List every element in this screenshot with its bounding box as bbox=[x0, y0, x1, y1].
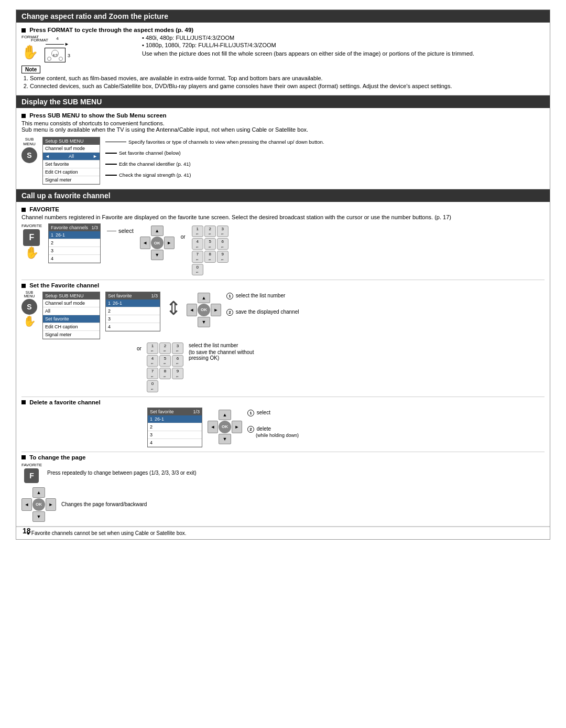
annot-1: Set favorite channel (below) bbox=[105, 150, 324, 156]
delete-fav-row: Set favorite 1/3 1 26-1 2 3 4 bbox=[21, 408, 545, 447]
num-8[interactable]: 8ₐₓ bbox=[204, 251, 216, 262]
note-2: Connected devices, such as Cable/Satelli… bbox=[30, 83, 545, 89]
set-num-4[interactable]: 4ₐₓ bbox=[147, 355, 158, 367]
menu-header: Setup SUB MENU bbox=[43, 137, 100, 145]
format-button-illustration: ✋ FORMAT bbox=[21, 45, 38, 59]
arrow-left: ◄ bbox=[45, 154, 50, 159]
set-num-7[interactable]: 7ₐₓ bbox=[147, 368, 158, 379]
delete-fav-title: Delete a favorite channel bbox=[21, 399, 545, 405]
fav-callup-row: FAVORITE F ✋ Favorite channels 1/3 1 26-… bbox=[21, 223, 545, 275]
aspect-section-row: FORMAT ✋ FORMAT 4 bbox=[21, 35, 545, 62]
fav-item-0: 1 26-1 bbox=[49, 231, 100, 239]
divider-2 bbox=[21, 397, 545, 397]
set-num-6[interactable]: 6ₐₓ bbox=[172, 355, 183, 367]
nav-left[interactable]: ◄ bbox=[140, 237, 150, 249]
select-label: select bbox=[118, 228, 134, 234]
aspect-arrow-diagram: 4 ► 4:3 bbox=[45, 36, 70, 62]
black-square-icon bbox=[21, 28, 26, 33]
set-fav-item-3: 4 bbox=[106, 323, 160, 331]
or-label-fav: or bbox=[181, 234, 186, 240]
nav-right[interactable]: ► bbox=[164, 237, 175, 249]
num-2[interactable]: 2ₐₓ bbox=[204, 226, 216, 237]
set-fav-sub-btn-icon: S bbox=[21, 299, 37, 315]
divider-1 bbox=[21, 280, 545, 280]
set-fav-nav-ok[interactable]: OK bbox=[198, 304, 210, 316]
del-nav-left[interactable]: ◄ bbox=[208, 421, 218, 433]
fav-screen-header: Favorite channels 1/3 bbox=[49, 224, 100, 231]
num-0[interactable]: 0ₐₓ bbox=[192, 264, 203, 275]
set-fav-nav-right[interactable]: ► bbox=[211, 304, 221, 316]
sub-menu-line2: Sub menu is only available when the TV i… bbox=[21, 126, 545, 133]
page-nav-down[interactable]: ▼ bbox=[32, 511, 45, 522]
num-7[interactable]: 7ₐₓ bbox=[192, 251, 203, 262]
set-num-1[interactable]: 1ₐₓ bbox=[147, 342, 158, 354]
fav-hand-icon: ✋ bbox=[25, 247, 39, 259]
black-square-icon2 bbox=[21, 114, 26, 118]
sub-menu-btn-group: SUB MENU S bbox=[21, 137, 37, 163]
set-fav-item-0: 1 26-1 bbox=[106, 299, 160, 307]
section3-content: FAVORITE Channel numbers registered in F… bbox=[16, 202, 550, 527]
screen-4-3-diagram: 4:3 bbox=[45, 48, 66, 62]
set-fav-num-desc: select the list number (to save the chan… bbox=[189, 342, 267, 361]
delete-fav-item-3: 4 bbox=[148, 439, 202, 447]
set-fav-or-row: or 1ₐₓ 2ₐₓ 3ₐₓ 4ₐₓ 5ₐₓ 6ₐₓ 7ₐₓ 8ₐₓ 9ₐₓ 0… bbox=[137, 342, 545, 392]
set-fav-nav-down[interactable]: ▼ bbox=[198, 317, 210, 327]
fav-desc: Channel numbers registered in Favorite a… bbox=[21, 214, 545, 220]
set-fav-nav-left[interactable]: ◄ bbox=[187, 304, 197, 316]
set-fav-num-buttons: 1ₐₓ 2ₐₓ 3ₐₓ 4ₐₓ 5ₐₓ 6ₐₓ 7ₐₓ 8ₐₓ 9ₐₓ 0ₐₓ bbox=[147, 342, 183, 392]
page-nav-up[interactable]: ▲ bbox=[32, 487, 45, 498]
page-nav-left[interactable]: ◄ bbox=[21, 498, 32, 511]
del-step1-circle: 1 bbox=[247, 410, 254, 416]
page-nav-right[interactable]: ► bbox=[46, 498, 56, 511]
aspect-bullets: 480i, 480p: FULL/JUST/4:3/ZOOM 1080p, 10… bbox=[142, 35, 545, 48]
delete-fav-item-0: 1 26-1 bbox=[148, 415, 202, 423]
num-4[interactable]: 4ₐₓ bbox=[192, 238, 203, 250]
fav-btn-group: FAVORITE F ✋ bbox=[21, 223, 42, 259]
note-section: Note Some content, such as film-based mo… bbox=[21, 66, 545, 89]
divider-3 bbox=[21, 452, 545, 452]
delete-steps: 1 select 2 delete (while holding down) bbox=[247, 410, 299, 438]
hand-icon: ✋ bbox=[21, 45, 38, 59]
set-num-2[interactable]: 2ₐₓ bbox=[159, 342, 171, 354]
set-num-5[interactable]: 5ₐₓ bbox=[159, 355, 171, 367]
nav-cross-delete: ▲ ◄ OK ► ▼ bbox=[208, 410, 242, 444]
del-nav-down[interactable]: ▼ bbox=[219, 434, 231, 444]
set-num-9[interactable]: 9ₐₓ bbox=[172, 368, 183, 379]
num-3[interactable]: 3ₐₓ bbox=[217, 226, 228, 237]
section2-content: Press SUB MENU to show the Sub Menu scre… bbox=[16, 108, 550, 189]
del-step2-circle: 2 bbox=[247, 426, 254, 433]
del-nav-up[interactable]: ▲ bbox=[219, 410, 231, 420]
num-6[interactable]: 6ₐₓ bbox=[217, 238, 228, 250]
del-nav-right[interactable]: ► bbox=[232, 421, 242, 433]
delete-fav-screen: Set favorite 1/3 1 26-1 2 3 4 bbox=[147, 408, 202, 447]
num-1[interactable]: 1ₐₓ bbox=[192, 226, 203, 237]
black-square-5 bbox=[21, 400, 26, 404]
set-num-0[interactable]: 0ₐₓ bbox=[147, 380, 158, 392]
aspect-use-note: Use when the picture does not fill the w… bbox=[142, 50, 545, 57]
sub-menu-line1: This menu consists of shortcuts to conve… bbox=[21, 120, 545, 126]
set-fav-menu-item-4: Signal meter bbox=[43, 331, 100, 339]
set-fav-screen-header: Set favorite 1/3 bbox=[106, 292, 160, 299]
set-num-3[interactable]: 3ₐₓ bbox=[172, 342, 183, 354]
bullet-1: 480i, 480p: FULL/JUST/4:3/ZOOM bbox=[142, 35, 545, 41]
note-label: Note bbox=[21, 66, 40, 73]
set-fav-menu-item-1: All bbox=[43, 307, 100, 315]
change-page-row1: FAVORITE F Press repeatedly to change be… bbox=[21, 463, 545, 483]
sub-label: SUB MENU bbox=[23, 137, 36, 146]
nav-down[interactable]: ▼ bbox=[151, 250, 164, 260]
num-5[interactable]: 5ₐₓ bbox=[204, 238, 216, 250]
num-9[interactable]: 9ₐₓ bbox=[217, 251, 228, 262]
fav-item-2: 3 bbox=[49, 247, 100, 255]
page-nav-ok[interactable]: OK bbox=[32, 498, 45, 511]
set-fav-hand-icon: ✋ bbox=[23, 316, 36, 326]
nav-up[interactable]: ▲ bbox=[151, 226, 164, 236]
annot-3: Check the signal strength (p. 41) bbox=[105, 172, 324, 178]
set-num-8[interactable]: 8ₐₓ bbox=[159, 368, 171, 379]
del-nav-ok[interactable]: OK bbox=[219, 421, 231, 433]
change-fav-label: FAVORITE bbox=[21, 463, 42, 467]
nav-ok[interactable]: OK bbox=[151, 237, 164, 249]
set-fav-nav-up[interactable]: ▲ bbox=[198, 293, 210, 303]
delete-step2: 2 delete (while holding down) bbox=[247, 426, 299, 438]
change-page-row2: ▲ ◄ OK ► ▼ Changes the page forward/back… bbox=[21, 487, 545, 522]
section1-title: Change aspect ratio and Zoom the picture bbox=[16, 10, 550, 23]
